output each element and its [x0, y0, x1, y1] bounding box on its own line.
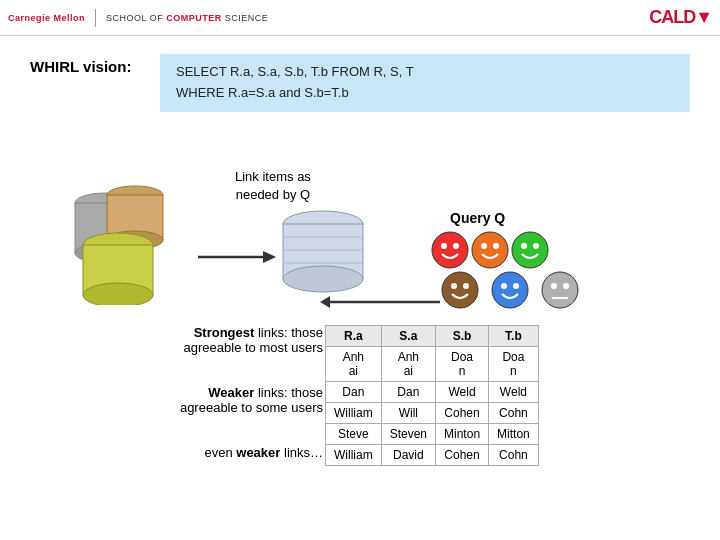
svg-point-34: [542, 272, 578, 308]
svg-point-21: [453, 243, 459, 249]
database-cylinders: [50, 175, 220, 305]
data-table: R.a S.a S.b T.b Anhai Anhai Doan Doan Da…: [325, 325, 539, 466]
table-row: William David Cohen Cohn: [326, 444, 539, 465]
table-row: William Will Cohen Cohn: [326, 402, 539, 423]
sql-line2: WHERE R.a=S.a and S.b=T.b: [176, 83, 674, 104]
weaker-links-label: Weaker links: thoseagreeable to some use…: [48, 385, 323, 415]
smiley-faces: [428, 228, 628, 313]
table-row: Steve Steven Minton Mitton: [326, 423, 539, 444]
svg-marker-18: [320, 296, 330, 308]
whirl-label: WHIRL vision:: [30, 54, 140, 75]
main-content: WHIRL vision: SELECT R.a, S.a, S.b, T.b …: [0, 36, 720, 540]
cmu-logo: Carnegie Mellon: [8, 13, 85, 23]
col-sb: S.b: [436, 325, 489, 346]
table-row: Anhai Anhai Doan Doan: [326, 346, 539, 381]
svg-point-26: [521, 243, 527, 249]
whirl-row: WHIRL vision: SELECT R.a, S.a, S.b, T.b …: [30, 54, 690, 112]
svg-point-22: [472, 232, 508, 268]
svg-point-30: [463, 283, 469, 289]
svg-point-33: [513, 283, 519, 289]
sql-box: SELECT R.a, S.a, S.b, T.b FROM R, S, T W…: [160, 54, 690, 112]
arrow-back: [320, 290, 440, 314]
svg-point-28: [442, 272, 478, 308]
col-tb: T.b: [489, 325, 539, 346]
header: Carnegie Mellon SCHOOL OF computer SCIEN…: [0, 0, 720, 36]
svg-point-24: [493, 243, 499, 249]
svg-point-31: [492, 272, 528, 308]
svg-point-25: [512, 232, 548, 268]
left-labels: Strongest links: thoseagreeable to most …: [48, 325, 323, 460]
svg-marker-10: [263, 251, 276, 263]
link-items-label: Link items asneeded by Q: [235, 168, 311, 204]
diagram-area: Link items asneeded by Q: [30, 130, 690, 470]
col-sa: S.a: [381, 325, 435, 346]
strongest-links-label: Strongest links: thoseagreeable to most …: [48, 325, 323, 355]
school-text: SCHOOL OF computer SCIENCE: [106, 13, 268, 23]
svg-point-32: [501, 283, 507, 289]
cald-logo: CALD▼: [649, 7, 712, 28]
sql-line1: SELECT R.a, S.a, S.b, T.b FROM R, S, T: [176, 62, 674, 83]
even-weaker-links-label: even weaker links…: [48, 445, 323, 460]
svg-point-16: [283, 266, 363, 292]
central-database: [278, 210, 368, 300]
header-left: Carnegie Mellon SCHOOL OF computer SCIEN…: [8, 9, 268, 27]
svg-point-20: [441, 243, 447, 249]
svg-point-29: [451, 283, 457, 289]
col-ra: R.a: [326, 325, 382, 346]
svg-point-27: [533, 243, 539, 249]
arrow-right: [198, 245, 278, 269]
svg-point-19: [432, 232, 468, 268]
svg-point-36: [563, 283, 569, 289]
svg-point-8: [83, 283, 153, 305]
svg-point-35: [551, 283, 557, 289]
table-row: Dan Dan Weld Weld: [326, 381, 539, 402]
query-q-label: Query Q: [450, 210, 505, 226]
svg-point-23: [481, 243, 487, 249]
